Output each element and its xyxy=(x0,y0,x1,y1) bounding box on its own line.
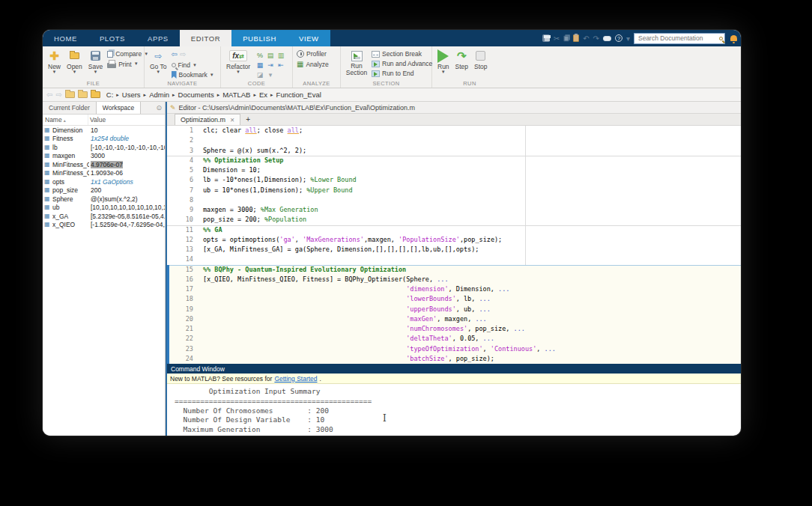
code-line[interactable]: 11%% GA xyxy=(167,225,741,235)
code-line[interactable]: 23 'typeOfOptimization', 'Continuous', .… xyxy=(167,344,741,354)
help-button[interactable]: ? xyxy=(615,34,622,42)
browse-folder-icon[interactable] xyxy=(78,91,88,98)
breadcrumb-segment[interactable]: Function_Eval xyxy=(276,91,321,99)
uncomment-icon[interactable]: ▥ xyxy=(276,50,286,60)
workspace-row[interactable]: ▦lb[-10,-10,-10,-10,-10,-10,-10,- xyxy=(43,143,165,152)
code-line[interactable]: 6lb = -10*ones(1,Dimension); %Lower Boun… xyxy=(167,175,741,185)
tab-optimization-m[interactable]: Optimization.m ✕ xyxy=(175,114,240,125)
save-button[interactable]: Save ▼ xyxy=(87,49,104,74)
code-line[interactable]: 18 'lowerBounds', lb, ... xyxy=(167,294,741,304)
run-to-end-button[interactable]: Run to End xyxy=(372,70,432,77)
code-line[interactable]: 16[x_QIEO, MinFitness_QIEO, Fitness] = B… xyxy=(167,275,741,284)
code-editor[interactable]: 1clc; clear all; close all;23Sphere = @(… xyxy=(167,126,741,364)
copy-button[interactable] xyxy=(563,35,569,42)
workspace-row[interactable]: ▦Dimension10 xyxy=(43,126,165,135)
workspace-row[interactable]: ▦x_QIEO[-1.5259e-04,-7.6295e-04,-1... xyxy=(43,221,165,230)
find-button[interactable]: Find ▼ xyxy=(172,61,214,69)
comment-icon[interactable]: % xyxy=(255,50,265,60)
column-name[interactable]: Name▴ xyxy=(43,116,88,124)
breadcrumb-segment[interactable]: Users xyxy=(122,91,141,99)
breadcrumb-segment[interactable]: Admin xyxy=(149,91,169,99)
profiler-button[interactable]: Profiler xyxy=(297,50,329,58)
workspace-row[interactable]: ▦MinFitness_GA4.9706e-07 xyxy=(43,160,165,169)
compare-button[interactable]: Compare ▼ xyxy=(107,50,148,58)
workspace-row[interactable]: ▦maxgen3000 xyxy=(43,152,165,161)
section-break-button[interactable]: Section Break xyxy=(372,50,432,58)
navigate-forward-icon[interactable]: ⇨ xyxy=(180,50,186,59)
outdent-icon[interactable]: ⇤ xyxy=(276,60,286,70)
bookmark-button[interactable]: Bookmark ▼ xyxy=(172,71,214,79)
code-line[interactable]: 20 'maxGen', maxgen, ... xyxy=(167,314,741,324)
code-line[interactable]: 21 'numChromosomes', pop_size, ... xyxy=(167,324,741,334)
code-line[interactable]: 7ub = 10*ones(1,Dimension); %Upper Bound xyxy=(167,186,741,195)
workspace-row[interactable]: ▦pop_size200 xyxy=(43,186,165,195)
ribbon-tab-view[interactable]: VIEW xyxy=(288,30,330,46)
ribbon-tab-publish[interactable]: PUBLISH xyxy=(231,30,288,46)
history-back-icon[interactable]: ⇦ xyxy=(46,91,52,100)
command-window-header[interactable]: Command Window xyxy=(167,364,741,374)
code-line[interactable]: 1clc; clear all; close all; xyxy=(167,126,741,135)
breadcrumb-segment[interactable]: MATLAB xyxy=(222,91,250,99)
code-line[interactable]: 9maxgen = 3000; %Max Generation xyxy=(167,205,741,215)
window-layout-button[interactable] xyxy=(603,36,611,41)
code-line[interactable]: 4%% Optimization Setup xyxy=(167,156,741,165)
refactor-button[interactable]: fx⇄ Refactor ▼ xyxy=(225,49,252,74)
notification-bell-icon[interactable] xyxy=(730,35,737,41)
command-window-output[interactable]: I Optimization Input Summary============… xyxy=(167,384,741,436)
code-line[interactable]: 12opts = optimoptions('ga', 'MaxGenerati… xyxy=(167,235,741,245)
code-more-icon[interactable]: ▾ xyxy=(265,70,276,79)
goto-button[interactable]: ⇨ Go To ▼ xyxy=(148,49,169,74)
search-documentation-input[interactable] xyxy=(637,34,719,43)
workspace-row[interactable]: ▦Sphere@(x)sum(x.^2,2) xyxy=(43,195,165,204)
navigate-back-icon[interactable]: ⇦ xyxy=(172,50,178,59)
code-line[interactable]: 19 'upperBounds', ub, ... xyxy=(167,305,741,314)
code-line[interactable]: 13[x_GA, MinFitness_GA] = ga(Sphere, Dim… xyxy=(167,245,741,254)
workspace-row[interactable]: ▦opts1x1 GaOptions xyxy=(43,177,165,186)
run-section-button[interactable]: Run Section xyxy=(345,49,369,76)
workspace-row[interactable]: ▦MinFitness_QI..1.9093e-06 xyxy=(43,169,165,178)
column-value[interactable]: Value xyxy=(88,115,165,125)
breadcrumb-segment[interactable]: Ex xyxy=(259,91,267,99)
run-and-advance-button[interactable]: Run and Advance xyxy=(372,60,432,67)
code-line[interactable]: 3Sphere = @(x) sum(x.^2, 2); xyxy=(167,146,741,156)
analyze-button[interactable]: ▦ Analyze xyxy=(297,60,329,68)
history-forward-icon[interactable]: ⇨ xyxy=(55,91,61,100)
tab-current-folder[interactable]: Current Folder xyxy=(43,102,96,114)
code-line[interactable]: 14 xyxy=(167,254,741,264)
undo-button[interactable]: ↶ xyxy=(583,34,589,43)
smart-indent-icon[interactable]: ◪ xyxy=(255,70,265,79)
ribbon-tab-home[interactable]: HOME xyxy=(43,30,88,46)
insert-section-icon[interactable]: ▦ xyxy=(255,60,265,70)
close-tab-icon[interactable]: ✕ xyxy=(230,117,234,124)
new-button[interactable]: ✚ New ▼ xyxy=(46,49,62,74)
search-icon[interactable] xyxy=(719,37,723,40)
cut-button[interactable]: ✂ xyxy=(554,34,560,43)
code-line[interactable]: 5Dimension = 10; xyxy=(167,165,741,175)
breadcrumb-segment[interactable]: Documents xyxy=(178,91,214,99)
breadcrumb-segment[interactable]: C: xyxy=(106,91,114,99)
code-line[interactable]: 22 'deltaTheta', 0.05, ... xyxy=(167,334,741,344)
tab-workspace[interactable]: Workspace xyxy=(96,102,141,114)
code-line[interactable]: 8 xyxy=(167,195,741,205)
indent-icon[interactable]: ⇥ xyxy=(265,60,276,70)
step-button[interactable]: ↷ Step xyxy=(454,49,470,70)
code-line[interactable]: 24 'batchSize', pop_size); xyxy=(167,354,741,364)
ribbon-tab-plots[interactable]: PLOTS xyxy=(88,30,136,46)
code-line[interactable]: 15%% BQPhy - Quantum-Inspired Evolutiona… xyxy=(167,265,741,275)
ribbon-tab-editor[interactable]: EDITOR xyxy=(180,30,231,46)
stop-button[interactable]: Stop xyxy=(473,49,489,70)
redo-button[interactable]: ↷ xyxy=(593,34,599,43)
code-line[interactable]: 2 xyxy=(167,135,741,145)
quickbar-menu-button[interactable]: ▾ xyxy=(626,34,630,43)
new-tab-button[interactable]: + xyxy=(240,114,255,125)
save-quick-button[interactable] xyxy=(542,34,550,42)
open-button[interactable]: Open ▼ xyxy=(65,49,84,74)
run-button[interactable]: Run ▼ xyxy=(436,49,451,74)
workspace-row[interactable]: ▦Fitness1x254 double xyxy=(43,135,165,144)
print-button[interactable]: Print ▼ xyxy=(107,60,148,68)
getting-started-link[interactable]: Getting Started xyxy=(274,375,317,382)
code-line[interactable]: 10pop_size = 200; %Population xyxy=(167,215,741,225)
workspace-row[interactable]: ▦x_GA[5.2329e-05,8.5161e-05,4.56... xyxy=(43,212,165,221)
code-line[interactable]: 17 'dimension', Dimension, ... xyxy=(167,284,741,294)
paste-button[interactable] xyxy=(573,34,579,42)
